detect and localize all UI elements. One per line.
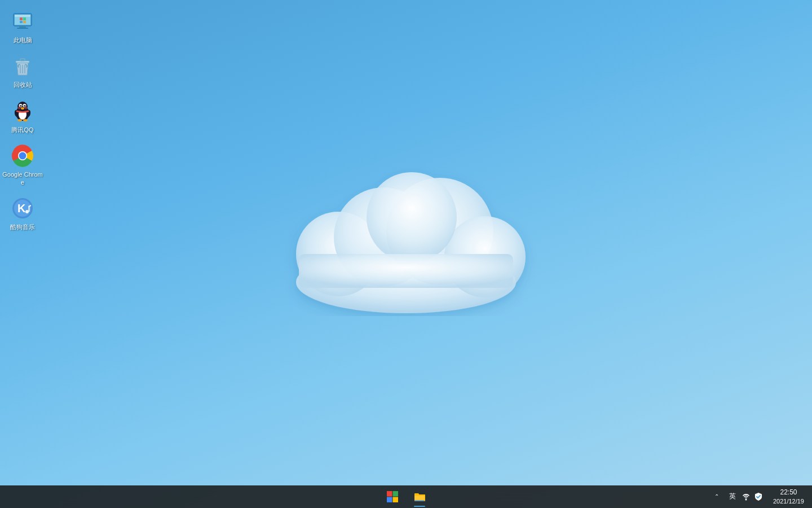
svg-rect-46 xyxy=(29,207,30,212)
desktop-icons-column: 此电脑 xyxy=(0,0,45,240)
recycle-bin-label: 回收站 xyxy=(14,81,32,89)
svg-point-28 xyxy=(20,104,22,107)
svg-rect-51 xyxy=(393,497,399,503)
clock-area[interactable]: 22:50 2021/12/19 xyxy=(770,487,807,506)
desktop-icon-this-pc[interactable]: 此电脑 xyxy=(0,6,45,47)
file-explorer-button[interactable] xyxy=(408,485,431,508)
kuwo-music-icon: K xyxy=(10,196,35,221)
desktop-icon-recycle-bin[interactable]: 回收站 xyxy=(0,50,45,92)
this-pc-label: 此电脑 xyxy=(14,36,32,44)
svg-point-45 xyxy=(25,210,29,213)
desktop-icon-kuwo-music[interactable]: K 酷狗音乐 xyxy=(0,192,45,234)
this-pc-icon xyxy=(10,9,35,34)
desktop-icon-tencent-qq[interactable]: 腾讯QQ xyxy=(0,95,45,137)
tray-chevron[interactable]: ⌃ xyxy=(713,492,720,501)
clock-date: 2021/12/19 xyxy=(773,497,804,505)
taskbar: ⌃ 英 xyxy=(0,485,812,508)
clock-time: 22:50 xyxy=(780,488,797,497)
desktop: 此电脑 xyxy=(0,0,812,485)
svg-rect-14 xyxy=(20,17,23,20)
svg-point-53 xyxy=(745,498,747,500)
svg-point-5 xyxy=(367,172,457,262)
tencent-qq-icon xyxy=(10,99,35,124)
svg-rect-11 xyxy=(15,15,30,17)
google-chrome-label: Google Chrome xyxy=(2,170,43,187)
svg-rect-16 xyxy=(20,21,23,23)
svg-point-41 xyxy=(19,152,27,159)
svg-rect-50 xyxy=(387,497,392,503)
svg-rect-12 xyxy=(19,26,26,28)
svg-point-31 xyxy=(25,105,25,106)
svg-rect-15 xyxy=(23,17,26,20)
recycle-bin-icon xyxy=(10,54,35,78)
svg-text:K: K xyxy=(17,202,26,214)
svg-rect-52 xyxy=(414,500,425,501)
svg-rect-17 xyxy=(23,21,26,23)
kuwo-music-label: 酷狗音乐 xyxy=(10,223,35,231)
network-icon[interactable] xyxy=(742,492,751,501)
cloud-illustration xyxy=(265,119,547,344)
svg-point-32 xyxy=(21,107,24,110)
taskbar-center xyxy=(381,485,431,508)
start-button[interactable] xyxy=(381,485,404,508)
language-indicator[interactable]: 英 xyxy=(727,491,738,502)
svg-point-36 xyxy=(23,119,28,121)
svg-point-33 xyxy=(18,106,21,109)
security-icon[interactable] xyxy=(754,492,763,501)
svg-point-34 xyxy=(25,106,28,109)
svg-rect-13 xyxy=(17,28,28,29)
desktop-icon-google-chrome[interactable]: Google Chrome xyxy=(0,140,45,190)
svg-point-35 xyxy=(17,119,22,121)
taskbar-right: ⌃ 英 xyxy=(713,487,807,506)
google-chrome-icon xyxy=(10,143,35,168)
svg-point-30 xyxy=(21,105,21,106)
svg-rect-6 xyxy=(299,254,513,288)
tencent-qq-label: 腾讯QQ xyxy=(11,126,33,134)
svg-rect-48 xyxy=(387,491,392,497)
tray-icons: 英 xyxy=(723,491,766,502)
svg-rect-49 xyxy=(393,491,399,497)
svg-rect-22 xyxy=(20,59,25,61)
